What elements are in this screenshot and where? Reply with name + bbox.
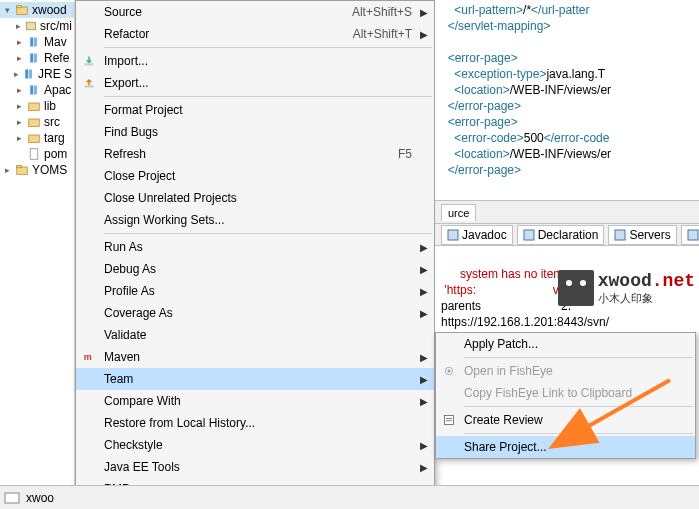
menu-separator: [464, 433, 693, 434]
menu-item-validate[interactable]: Validate: [76, 324, 434, 346]
lib-icon: [27, 83, 41, 97]
menu-item-run-as[interactable]: Run As▶: [76, 236, 434, 258]
expand-icon[interactable]: ▸: [14, 133, 24, 143]
view-tab-bar[interactable]: JavadocDeclarationServersSear: [435, 224, 699, 246]
menu-item-share-project[interactable]: Share Project...: [436, 436, 695, 458]
view-tab-sear[interactable]: Sear: [681, 225, 699, 245]
menu-item-create-review[interactable]: Create Review: [436, 409, 695, 431]
expand-icon[interactable]: ▾: [2, 5, 12, 15]
menu-item-find-bugs[interactable]: Find Bugs: [76, 121, 434, 143]
tree-item-xwood[interactable]: ▾xwood: [0, 2, 74, 18]
menu-item-coverage-as[interactable]: Coverage As▶: [76, 302, 434, 324]
project-explorer[interactable]: ▾xwood▸src/mi▸Mav▸Refe▸JRE S▸Apac▸lib▸sr…: [0, 0, 75, 509]
svg-rect-8: [29, 70, 32, 79]
tree-item-refe[interactable]: ▸Refe: [0, 50, 74, 66]
view-tab-declaration[interactable]: Declaration: [517, 225, 605, 245]
menu-item-profile-as[interactable]: Profile As▶: [76, 280, 434, 302]
fisheye-icon: [436, 365, 462, 377]
menu-item-checkstyle[interactable]: Checkstyle▶: [76, 434, 434, 456]
tree-item-pom[interactable]: pom: [0, 146, 74, 162]
expand-icon[interactable]: ▸: [14, 85, 24, 95]
tree-item-mav[interactable]: ▸Mav: [0, 34, 74, 50]
tree-label: Mav: [44, 35, 67, 49]
menu-label: Import...: [102, 54, 434, 68]
xml-editor[interactable]: <url-pattern>/*</url-patter </servlet-ma…: [435, 0, 699, 200]
menu-separator: [104, 96, 432, 97]
menu-item-java-ee-tools[interactable]: Java EE Tools▶: [76, 456, 434, 478]
menu-item-maven[interactable]: mMaven▶: [76, 346, 434, 368]
menu-label: Coverage As: [102, 306, 434, 320]
tree-label: Apac: [44, 83, 71, 97]
svg-rect-17: [85, 63, 94, 65]
menu-item-refresh[interactable]: RefreshF5: [76, 143, 434, 165]
expand-icon[interactable]: ▸: [14, 21, 22, 31]
menu-label: Restore from Local History...: [102, 416, 434, 430]
view-tab-javadoc[interactable]: Javadoc: [441, 225, 513, 245]
menu-label: Java EE Tools: [102, 460, 434, 474]
submenu-arrow-icon: ▶: [420, 29, 428, 40]
submenu-arrow-icon: ▶: [420, 7, 428, 18]
menu-label: Debug As: [102, 262, 434, 276]
menu-item-close-project[interactable]: Close Project: [76, 165, 434, 187]
editor-tab[interactable]: urce: [441, 204, 476, 221]
menu-separator: [464, 357, 693, 358]
console-line: https://192.168.1.201:8443/svn/: [441, 315, 609, 329]
menu-item-team[interactable]: Team▶: [76, 368, 434, 390]
tree-item-srcmi[interactable]: ▸src/mi: [0, 18, 74, 34]
expand-icon[interactable]: ▸: [14, 117, 24, 127]
view-tab-servers[interactable]: Servers: [608, 225, 676, 245]
tree-item-yoms[interactable]: ▸YOMS: [0, 162, 74, 178]
menu-label: Source: [102, 5, 352, 19]
console-view[interactable]: system has no item 'https: vn parents 2.…: [435, 246, 699, 332]
menu-label: Close Project: [102, 169, 434, 183]
editor-tab-bar[interactable]: urce: [435, 200, 699, 224]
menu-label: Run As: [102, 240, 434, 254]
tree-label: pom: [44, 147, 67, 161]
menu-item-import[interactable]: Import...: [76, 50, 434, 72]
menu-item-compare-with[interactable]: Compare With▶: [76, 390, 434, 412]
tree-item-apac[interactable]: ▸Apac: [0, 82, 74, 98]
menu-label: Export...: [102, 76, 434, 90]
declaration-icon: [523, 229, 535, 241]
view-tab-label: Declaration: [538, 228, 599, 242]
menu-item-debug-as[interactable]: Debug As▶: [76, 258, 434, 280]
menu-label: Refactor: [102, 27, 353, 41]
svg-rect-9: [30, 86, 33, 95]
menu-item-apply-patch[interactable]: Apply Patch...: [436, 333, 695, 355]
tree-item-jres[interactable]: ▸JRE S: [0, 66, 74, 82]
expand-icon[interactable]: ▸: [2, 165, 12, 175]
tree-item-lib[interactable]: ▸lib: [0, 98, 74, 114]
tree-item-targ[interactable]: ▸targ: [0, 130, 74, 146]
expand-icon[interactable]: ▸: [14, 101, 24, 111]
svg-rect-3: [30, 38, 33, 47]
menu-separator: [104, 47, 432, 48]
tree-label: JRE S: [38, 67, 72, 81]
menu-item-close-unrelated-projects[interactable]: Close Unrelated Projects: [76, 187, 434, 209]
menu-item-open-in-fisheye: Open in FishEye: [436, 360, 695, 382]
menu-label: Compare With: [102, 394, 434, 408]
view-tab-label: Servers: [629, 228, 670, 242]
menu-item-refactor[interactable]: RefactorAlt+Shift+T▶: [76, 23, 434, 45]
menu-label: Assign Working Sets...: [102, 213, 434, 227]
status-icon: [4, 490, 20, 506]
expand-icon[interactable]: ▸: [14, 37, 24, 47]
menu-item-source[interactable]: SourceAlt+Shift+S▶: [76, 1, 434, 23]
tree-label: targ: [44, 131, 65, 145]
lib-icon: [23, 67, 35, 81]
submenu-arrow-icon: ▶: [420, 286, 428, 297]
svg-rect-25: [615, 230, 625, 240]
menu-item-assign-working-sets[interactable]: Assign Working Sets...: [76, 209, 434, 231]
expand-icon[interactable]: ▸: [14, 69, 20, 79]
menu-item-restore-from-local-history[interactable]: Restore from Local History...: [76, 412, 434, 434]
expand-icon[interactable]: ▸: [14, 53, 24, 63]
menu-label: Create Review: [462, 413, 695, 427]
submenu-arrow-icon: ▶: [420, 396, 428, 407]
svg-rect-13: [29, 135, 40, 143]
menu-label: Profile As: [102, 284, 434, 298]
svg-rect-10: [34, 86, 37, 95]
menu-item-format-project[interactable]: Format Project: [76, 99, 434, 121]
menu-item-export[interactable]: Export...: [76, 72, 434, 94]
menu-label: Apply Patch...: [462, 337, 695, 351]
menu-label: Format Project: [102, 103, 434, 117]
tree-item-src[interactable]: ▸src: [0, 114, 74, 130]
